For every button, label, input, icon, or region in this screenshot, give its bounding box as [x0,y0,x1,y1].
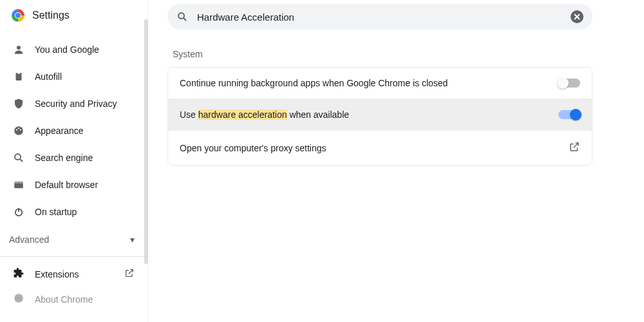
chrome-icon [13,292,24,306]
sidebar-item-default-browser[interactable]: Default browser [0,171,147,198]
sidebar-item-label: Security and Privacy [35,99,117,109]
toggle-hardware-acceleration[interactable] [558,110,580,119]
advanced-label: Advanced [9,234,49,245]
svg-point-4 [16,129,17,130]
sidebar-item-label: Search engine [35,153,93,163]
svg-point-7 [15,154,21,160]
sidebar-item-search-engine[interactable]: Search engine [0,144,147,171]
settings-header: Settings [0,0,147,36]
search-bar[interactable] [167,4,592,30]
svg-rect-1 [16,73,22,80]
advanced-toggle[interactable]: Advanced ▾ [0,225,147,254]
svg-point-5 [18,128,19,129]
search-icon [13,152,24,164]
clear-search-button[interactable] [571,10,583,23]
power-icon [13,206,24,218]
svg-line-8 [20,159,23,162]
sidebar-item-security[interactable]: Security and Privacy [0,90,147,117]
sidebar-item-about[interactable]: About Chrome [0,289,147,314]
sidebar-item-extensions[interactable]: Extensions [0,260,147,289]
palette-icon [13,125,24,137]
setting-row-proxy[interactable]: Open your computer's proxy settings [168,130,592,165]
svg-rect-10 [14,182,23,184]
sidebar-item-label: On startup [35,207,77,217]
svg-rect-2 [17,72,21,74]
search-highlight: hardware acceleration [198,109,287,120]
clipboard-icon [13,71,24,82]
page-title: Settings [32,10,70,21]
sidebar-item-label: You and Google [35,44,99,55]
close-icon [574,14,580,20]
sidebar-item-autofill[interactable]: Autofill [0,63,147,90]
toggle-background-apps[interactable] [558,79,580,88]
chrome-logo-icon [12,9,24,22]
svg-point-13 [14,294,23,303]
svg-point-6 [20,129,21,130]
sidebar-item-label: Autofill [35,71,62,82]
chevron-down-icon: ▾ [130,234,135,245]
svg-point-0 [17,46,21,50]
svg-point-14 [178,13,184,19]
extension-icon [13,267,24,281]
browser-icon [13,179,24,191]
setting-label: Open your computer's proxy settings [180,143,327,153]
svg-line-15 [184,18,186,21]
setting-row-hardware-acceleration[interactable]: Use hardware acceleration when available [168,99,592,130]
system-settings-card: Continue running background apps when Go… [167,67,592,166]
setting-row-background-apps[interactable]: Continue running background apps when Go… [168,68,592,99]
search-icon [176,11,188,23]
sidebar-scrollbar[interactable] [144,19,148,264]
sidebar-item-appearance[interactable]: Appearance [0,117,147,144]
section-title: System [173,49,592,59]
sidebar-item-label: Appearance [35,126,84,136]
sidebar: Settings You and Google Autofill Securit… [0,0,148,322]
shield-icon [13,98,24,109]
setting-label: Use hardware acceleration when available [180,109,349,120]
divider [0,256,147,257]
setting-label: Continue running background apps when Go… [180,78,448,88]
sidebar-item-label: About Chrome [35,294,93,305]
sidebar-item-label: Default browser [35,180,98,190]
open-external-icon [569,141,580,155]
open-external-icon [124,268,135,280]
person-icon [13,44,24,55]
sidebar-item-you-and-google[interactable]: You and Google [0,36,147,63]
sidebar-item-label: Extensions [35,269,79,279]
sidebar-item-on-startup[interactable]: On startup [0,198,147,225]
main-content: System Continue running background apps … [148,0,644,322]
search-input[interactable] [197,12,562,23]
